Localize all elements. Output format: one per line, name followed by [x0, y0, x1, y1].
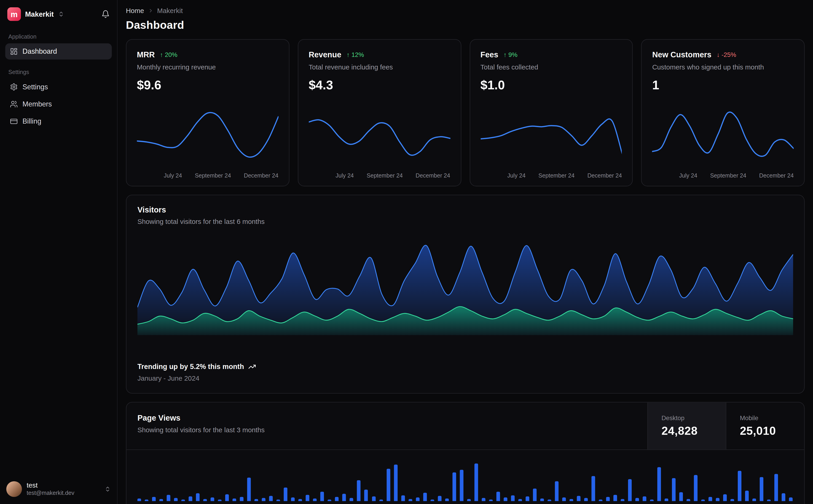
toggle-desktop[interactable]: Desktop 24,828 [648, 403, 726, 450]
page-views-bar [533, 488, 536, 501]
x-tick: July 24 [507, 172, 525, 178]
page-views-bar [365, 490, 368, 501]
page-views-bar [394, 464, 397, 501]
page-views-bar [753, 499, 756, 501]
stat-title: MRR [137, 50, 155, 59]
x-tick: September 24 [710, 172, 746, 178]
page-views-bar [379, 499, 383, 501]
sparkline-x-axis: July 24 September 24 December 24 [137, 172, 279, 178]
trend-down-badge: ↓ -25% [717, 51, 736, 58]
sidebar-item-members[interactable]: Members [5, 96, 112, 112]
gear-icon [10, 83, 18, 91]
stat-title: New Customers [652, 50, 712, 59]
page-views-bar [745, 491, 749, 501]
page-views-bar [760, 477, 764, 501]
chevrons-up-down-icon [104, 486, 111, 492]
page-views-bar [701, 499, 705, 501]
toggle-label: Desktop [662, 414, 712, 422]
page-views-bar [416, 497, 419, 501]
stat-card-revenue: Revenue ↑ 12% Total revenue including fe… [298, 39, 461, 186]
toggle-label: Mobile [740, 414, 791, 422]
toggle-value: 25,010 [740, 424, 791, 438]
stat-subtitle: Customers who signed up this month [652, 63, 794, 71]
page-views-bar [430, 499, 434, 501]
workspace-logo: m [7, 7, 21, 21]
x-tick: September 24 [367, 172, 403, 178]
sparkline-x-axis: July 24 September 24 December 24 [480, 172, 622, 178]
page-views-bar [716, 498, 720, 501]
page-views-bar [460, 470, 463, 501]
visitors-card: Visitors Showing total visitors for the … [126, 195, 805, 393]
page-views-bar [262, 498, 266, 501]
stat-value: $9.6 [137, 78, 279, 92]
page-views-bar [218, 499, 222, 501]
sidebar-item-label: Members [22, 100, 52, 108]
main-content: Home Makerkit Dashboard MRR ↑ 20% Monthl… [117, 0, 813, 504]
visitors-trend-text: Trending up by 5.2% this month [137, 363, 244, 371]
page-views-bar [137, 499, 141, 501]
page-views-bar [196, 493, 199, 501]
page-views-bar [255, 499, 258, 501]
user-menu[interactable]: test test@makerkit.dev [0, 476, 117, 500]
page-views-bar [504, 497, 507, 501]
page-views-bar [401, 495, 405, 501]
stat-card-mrr: MRR ↑ 20% Monthly recurring revenue $9.6… [126, 39, 290, 186]
toggle-value: 24,828 [662, 424, 712, 438]
page-views-bar [152, 497, 156, 501]
page-views-bar [482, 498, 485, 501]
workspace-switcher[interactable]: m Makerkit [0, 6, 117, 25]
chart-path [480, 119, 622, 154]
page-views-bar [342, 494, 346, 501]
layout-dashboard-icon [10, 48, 18, 55]
page-views-bar [284, 488, 288, 501]
chart-path [309, 120, 450, 155]
page-views-bar [189, 496, 192, 501]
sidebar-item-settings[interactable]: Settings [5, 79, 112, 95]
visitors-title: Visitors [137, 205, 793, 214]
breadcrumb-current: Makerkit [157, 7, 183, 15]
stat-value: $1.0 [480, 78, 622, 92]
x-tick: December 24 [244, 172, 278, 178]
page-views-bar [672, 478, 676, 501]
x-tick: September 24 [195, 172, 231, 178]
page-views-bar [357, 480, 361, 501]
avatar [6, 481, 22, 497]
breadcrumb: Home Makerkit [126, 7, 805, 15]
page-views-bar [291, 497, 295, 501]
sidebar-item-dashboard[interactable]: Dashboard [5, 43, 112, 60]
page-views-bar [174, 498, 178, 501]
page-views-bar [621, 499, 624, 501]
new-customers-sparkline-chart [652, 106, 794, 168]
nav-section-application: Application [0, 25, 117, 43]
page-views-bar [511, 495, 514, 501]
page-views-header: Page Views Showing total visitors for th… [126, 403, 804, 450]
sidebar-item-billing[interactable]: Billing [5, 113, 112, 130]
page-views-bar [789, 497, 793, 501]
chevrons-up-down-icon[interactable] [58, 11, 64, 17]
x-tick: December 24 [587, 172, 622, 178]
page-views-bar [313, 499, 317, 501]
page-views-bar [687, 499, 690, 501]
breadcrumb-home-link[interactable]: Home [126, 7, 144, 15]
x-tick: September 24 [538, 172, 574, 178]
page-views-bar [408, 499, 412, 501]
page-views-bar [452, 472, 456, 501]
credit-card-icon [10, 117, 18, 125]
page-views-bar [591, 476, 595, 501]
page-views-card: Page Views Showing total visitors for th… [126, 402, 805, 504]
page-views-bar [423, 493, 427, 501]
toggle-mobile[interactable]: Mobile 25,010 [726, 403, 804, 450]
sidebar: m Makerkit Application Dashboard Setting… [0, 0, 117, 504]
page-views-bar [247, 478, 251, 501]
page-views-bar [438, 496, 441, 501]
chevron-right-icon [148, 8, 153, 13]
page-views-bar [350, 498, 353, 501]
page-views-bar [167, 495, 170, 501]
page-views-bar [606, 497, 610, 501]
revenue-sparkline-chart [309, 106, 450, 168]
page-views-bar [496, 492, 500, 501]
sidebar-item-label: Settings [22, 83, 48, 91]
page-views-bar [445, 499, 449, 501]
notifications-bell-icon[interactable] [101, 10, 110, 18]
page-views-bar [372, 496, 376, 501]
